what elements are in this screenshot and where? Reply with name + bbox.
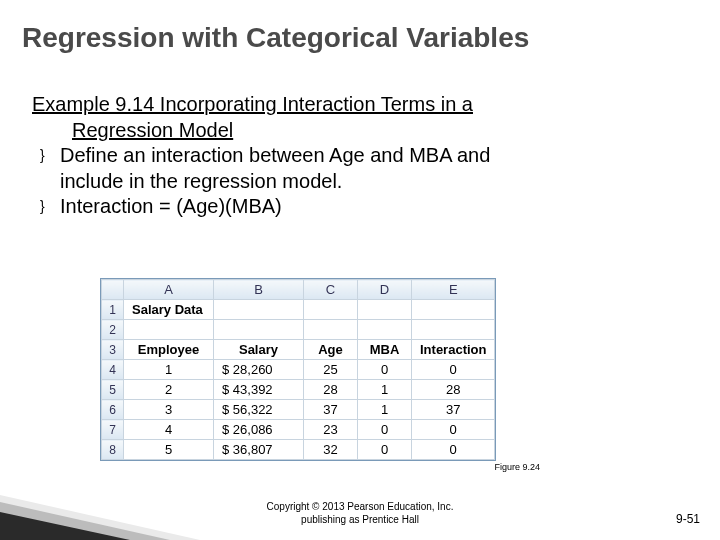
slide: Regression with Categorical Variables Ex…: [0, 0, 720, 540]
cell: $ 26,086: [214, 420, 304, 440]
cell: [412, 300, 495, 320]
col-header-C: C: [304, 280, 358, 300]
example-heading-line1: Example 9.14 Incorporating Interaction T…: [32, 92, 640, 118]
cell: $ 56,322: [214, 400, 304, 420]
spreadsheet-table: A B C D E 1 Salary Data 2: [101, 279, 495, 460]
cell: Salary Data: [124, 300, 214, 320]
copyright-line1: Copyright © 2013 Pearson Education, Inc.: [267, 501, 454, 512]
row-header: 5: [102, 380, 124, 400]
row-header: 2: [102, 320, 124, 340]
bullet-text-1a: Define an interaction between Age and MB…: [60, 144, 490, 166]
cell: 0: [358, 360, 412, 380]
cell: [358, 300, 412, 320]
cell: Interaction: [412, 340, 495, 360]
cell: 28: [304, 380, 358, 400]
cell: 1: [358, 380, 412, 400]
bullet-item-1-cont: include in the regression model.: [32, 169, 640, 195]
copyright-line2: publishing as Prentice Hall: [301, 514, 419, 525]
cell: 25: [304, 360, 358, 380]
table-row: 3 Employee Salary Age MBA Interaction: [102, 340, 495, 360]
table-row: 5 2 $ 43,392 28 1 28: [102, 380, 495, 400]
cell: 4: [124, 420, 214, 440]
cell: 1: [358, 400, 412, 420]
row-header: 6: [102, 400, 124, 420]
cell: [214, 320, 304, 340]
table-row: 7 4 $ 26,086 23 0 0: [102, 420, 495, 440]
cell: 0: [412, 440, 495, 460]
row-header: 3: [102, 340, 124, 360]
cell: $ 36,807: [214, 440, 304, 460]
page-number: 9-51: [676, 512, 700, 526]
row-header: 8: [102, 440, 124, 460]
cell: [214, 300, 304, 320]
bullet-item-2: } Interaction = (Age)(MBA): [32, 194, 640, 220]
col-header-E: E: [412, 280, 495, 300]
bullet-mark-icon: }: [40, 147, 45, 165]
bullet-mark-icon: }: [40, 198, 45, 216]
cell: $ 28,260: [214, 360, 304, 380]
table-row: 1 Salary Data: [102, 300, 495, 320]
row-header: 7: [102, 420, 124, 440]
spreadsheet: A B C D E 1 Salary Data 2: [100, 278, 496, 461]
table-row: 2: [102, 320, 495, 340]
select-all-corner: [102, 280, 124, 300]
figure-caption: Figure 9.24: [494, 462, 540, 472]
row-header: 1: [102, 300, 124, 320]
cell: 0: [358, 420, 412, 440]
cell: 37: [304, 400, 358, 420]
column-header-row: A B C D E: [102, 280, 495, 300]
bullet-text-1b: include in the regression model.: [60, 170, 342, 192]
cell: 0: [412, 420, 495, 440]
cell: 2: [124, 380, 214, 400]
table-row: 6 3 $ 56,322 37 1 37: [102, 400, 495, 420]
cell: 0: [358, 440, 412, 460]
cell: $ 43,392: [214, 380, 304, 400]
cell: MBA: [358, 340, 412, 360]
cell: [412, 320, 495, 340]
slide-title: Regression with Categorical Variables: [22, 22, 698, 54]
example-heading-line2: Regression Model: [32, 118, 640, 144]
cell: 0: [412, 360, 495, 380]
cell: Salary: [214, 340, 304, 360]
cell: Age: [304, 340, 358, 360]
cell: [304, 320, 358, 340]
col-header-A: A: [124, 280, 214, 300]
cell: [124, 320, 214, 340]
slide-content: Example 9.14 Incorporating Interaction T…: [32, 92, 640, 220]
cell: 3: [124, 400, 214, 420]
bullet-item-1: } Define an interaction between Age and …: [32, 143, 640, 169]
cell: Employee: [124, 340, 214, 360]
row-header: 4: [102, 360, 124, 380]
cell: [358, 320, 412, 340]
copyright-text: Copyright © 2013 Pearson Education, Inc.…: [0, 501, 720, 526]
cell: 1: [124, 360, 214, 380]
cell: 5: [124, 440, 214, 460]
cell: 28: [412, 380, 495, 400]
col-header-D: D: [358, 280, 412, 300]
cell: [304, 300, 358, 320]
col-header-B: B: [214, 280, 304, 300]
table-row: 4 1 $ 28,260 25 0 0: [102, 360, 495, 380]
cell: 37: [412, 400, 495, 420]
bullet-text-2: Interaction = (Age)(MBA): [60, 195, 282, 217]
table-row: 8 5 $ 36,807 32 0 0: [102, 440, 495, 460]
cell: 32: [304, 440, 358, 460]
cell: 23: [304, 420, 358, 440]
